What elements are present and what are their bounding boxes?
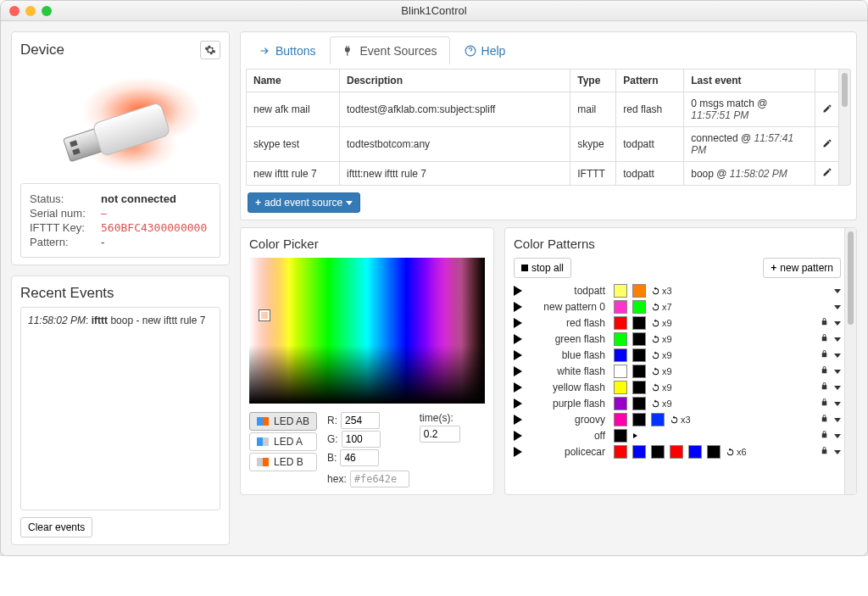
g-input[interactable] (342, 431, 381, 448)
color-chip[interactable] (651, 445, 665, 459)
color-chip[interactable] (632, 397, 646, 410)
play-pattern-button[interactable] (514, 398, 522, 409)
edit-row-button[interactable] (822, 139, 832, 151)
pattern-menu-button[interactable] (834, 386, 841, 390)
pattern-name[interactable]: todpatt (527, 285, 609, 297)
play-pattern-button[interactable] (514, 366, 522, 376)
pattern-name[interactable]: groovy (527, 414, 609, 426)
pattern-name[interactable]: purple flash (527, 398, 609, 409)
color-chip[interactable] (614, 365, 627, 378)
pattern-name[interactable]: white flash (527, 365, 609, 377)
color-chip[interactable] (632, 413, 646, 426)
col-pattern: Pattern (616, 70, 684, 92)
pattern-menu-button[interactable] (834, 305, 841, 309)
play-pattern-button[interactable] (514, 350, 522, 360)
play-pattern-button[interactable] (514, 431, 522, 441)
color-chip[interactable] (632, 332, 646, 346)
pattern-menu-button[interactable] (834, 321, 841, 326)
recent-events-list: 11:58:02 PM: ifttt boop - new ifttt rule… (20, 307, 220, 510)
table-row[interactable]: skype test todtestbotcom:any skype todpa… (247, 127, 839, 162)
plug-icon (342, 45, 354, 57)
clear-events-button[interactable]: Clear events (20, 517, 92, 538)
events-scrollbar[interactable] (839, 69, 851, 186)
color-chip[interactable] (632, 381, 646, 394)
pattern-name[interactable]: policecar (527, 446, 609, 458)
color-picker-panel: Color Picker LED AB LED A LED B R: G: (240, 227, 494, 495)
play-pattern-button[interactable] (514, 286, 522, 296)
pattern-menu-button[interactable] (834, 370, 841, 374)
color-chip[interactable] (614, 348, 627, 362)
color-chip[interactable] (632, 284, 646, 298)
pattern-name[interactable]: new pattern 0 (527, 301, 609, 313)
repeat-indicator: x9 (651, 350, 672, 360)
pattern-menu-button[interactable] (834, 337, 841, 342)
table-row[interactable]: new afk mail todtest@afklab.com:subject:… (247, 92, 839, 127)
pattern-menu-button[interactable] (834, 450, 841, 454)
pattern-name[interactable]: red flash (527, 317, 609, 329)
pattern-name[interactable]: green flash (527, 333, 609, 345)
new-pattern-button[interactable]: + new pattern (763, 258, 841, 278)
add-event-source-button[interactable]: + add event source (248, 192, 360, 213)
pattern-name[interactable]: off (527, 430, 609, 442)
tab-buttons[interactable]: Buttons (246, 36, 328, 64)
events-table: Name Description Type Pattern Last event… (246, 69, 839, 186)
color-chip[interactable] (614, 381, 627, 394)
play-pattern-button[interactable] (514, 415, 522, 425)
color-chip[interactable] (614, 316, 627, 330)
cell-description: todtest@afklab.com:subject:spliff (340, 92, 570, 127)
play-pattern-button[interactable] (514, 302, 522, 312)
color-cursor[interactable] (259, 310, 270, 320)
led-b-button[interactable]: LED B (249, 453, 317, 471)
table-row[interactable]: new ifttt rule 7 ifttt:new ifttt rule 7 … (247, 162, 839, 186)
b-input[interactable] (340, 449, 379, 466)
color-chip[interactable] (632, 300, 646, 314)
pattern-menu-button[interactable] (834, 434, 841, 438)
play-pattern-button[interactable] (514, 318, 522, 328)
led-ab-button[interactable]: LED AB (249, 412, 317, 431)
led-a-button[interactable]: LED A (249, 432, 317, 451)
play-pattern-button[interactable] (514, 334, 522, 344)
patterns-scrollbar[interactable] (844, 228, 856, 494)
hex-input[interactable] (350, 471, 409, 487)
tab-help[interactable]: Help (452, 36, 519, 64)
pattern-name[interactable]: blue flash (527, 349, 609, 361)
play-pattern-button[interactable] (514, 447, 522, 457)
patterns-title: Color Patterns (514, 237, 841, 251)
stop-all-button[interactable]: stop all (514, 258, 571, 278)
color-chip[interactable] (688, 445, 702, 459)
time-input[interactable] (420, 426, 460, 443)
color-chip[interactable] (632, 365, 646, 378)
pattern-menu-button[interactable] (834, 289, 841, 293)
cell-last: connected @ 11:57:41 PM (684, 127, 815, 162)
color-chip[interactable] (614, 397, 627, 410)
r-input[interactable] (341, 412, 380, 429)
pattern-menu-button[interactable] (834, 418, 841, 422)
pattern-menu-button[interactable] (834, 354, 841, 358)
color-chip[interactable] (614, 332, 627, 346)
color-chip[interactable] (632, 316, 646, 330)
color-chip[interactable] (651, 413, 665, 426)
color-chip[interactable] (614, 429, 627, 443)
color-chip[interactable] (632, 348, 646, 362)
pattern-menu-button[interactable] (834, 402, 841, 406)
pencil-icon (822, 167, 832, 177)
gear-icon (204, 44, 216, 56)
color-chip[interactable] (614, 413, 627, 426)
color-chip[interactable] (614, 300, 627, 314)
edit-row-button[interactable] (822, 104, 832, 116)
color-swatch-area[interactable] (249, 258, 485, 404)
color-chip[interactable] (707, 445, 721, 459)
tab-event-sources[interactable]: Event Sources (330, 36, 449, 64)
patterns-panel: Color Patterns stop all + new pattern to… (504, 227, 857, 495)
edit-row-button[interactable] (822, 168, 832, 180)
color-chip[interactable] (670, 445, 683, 459)
help-icon (465, 45, 476, 57)
play-pattern-button[interactable] (514, 382, 522, 393)
color-chip[interactable] (614, 445, 627, 459)
color-chip[interactable] (614, 284, 627, 298)
color-chip[interactable] (632, 445, 646, 459)
recent-events-title: Recent Events (20, 285, 114, 302)
device-status-box: Status:not connected Serial num:– IFTTT … (20, 183, 220, 258)
pattern-name[interactable]: yellow flash (527, 382, 609, 393)
device-settings-button[interactable] (200, 41, 220, 59)
